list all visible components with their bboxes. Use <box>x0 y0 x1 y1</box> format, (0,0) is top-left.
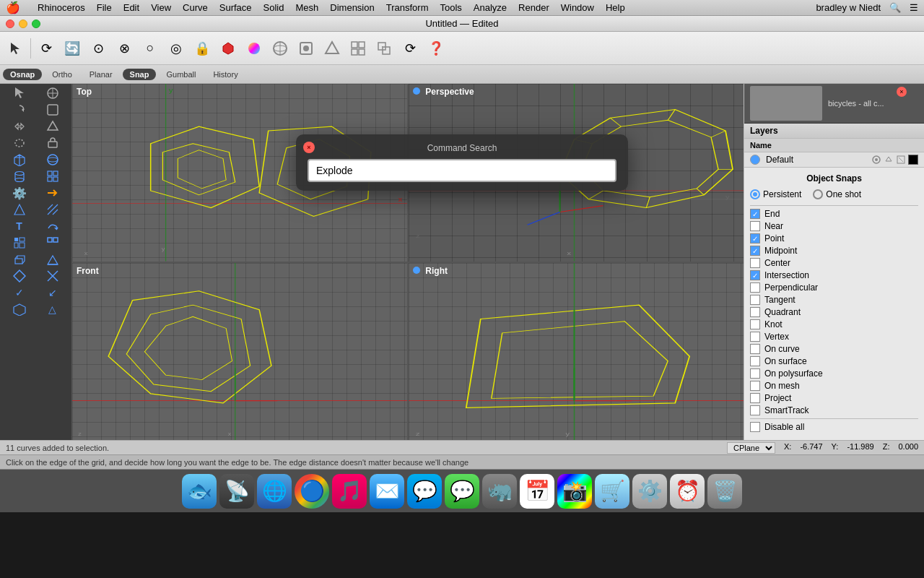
snap-tangent-checkbox[interactable]: Tangent <box>750 295 918 305</box>
snap-button[interactable]: Snap <box>123 69 157 80</box>
menu-solid[interactable]: Solid <box>263 2 284 13</box>
menu-render[interactable]: Render <box>518 2 549 13</box>
sidebar-tool22-icon[interactable] <box>37 251 69 267</box>
dock-messages-icon[interactable]: 💬 <box>445 474 479 509</box>
list-icon[interactable]: ☰ <box>910 2 918 13</box>
sidebar-lasso-icon[interactable] <box>4 135 35 151</box>
sidebar-square-icon[interactable] <box>4 301 35 317</box>
snap-onpolysurface-checkbox[interactable]: On polysurface <box>750 368 918 379</box>
command-search-input[interactable] <box>308 159 616 182</box>
snap-onmesh-checkbox[interactable]: On mesh <box>750 381 918 391</box>
sidebar-diamond-icon[interactable] <box>4 268 35 284</box>
snap-quadrant-checkbox[interactable]: Quadrant <box>750 307 918 317</box>
sidebar-move-icon[interactable] <box>4 118 35 134</box>
menu-file[interactable]: File <box>97 2 112 13</box>
osnap-button[interactable]: Osnap <box>3 69 42 80</box>
tool-btn-6[interactable]: ○ <box>138 36 162 61</box>
sidebar-cylinder-icon[interactable] <box>4 168 35 184</box>
sidebar-arrow-icon[interactable] <box>37 185 69 201</box>
viewport-front[interactable]: Front z x <box>72 263 407 441</box>
menu-dimension[interactable]: Dimension <box>330 2 374 13</box>
dock-music-icon[interactable]: 🎵 <box>332 474 367 509</box>
sidebar-tool28-icon[interactable]: △ <box>37 301 69 317</box>
dock-trash-icon[interactable]: 🗑️ <box>707 474 742 509</box>
select-tool-button[interactable] <box>3 36 27 61</box>
persistent-radio[interactable]: Persistent <box>750 189 801 199</box>
dock-skype-icon[interactable]: 💬 <box>407 474 442 509</box>
snap-point-checkbox[interactable]: Point <box>750 233 918 243</box>
bicycles-close-button[interactable]: × <box>897 87 907 97</box>
sidebar-gear-icon[interactable]: ⚙️ <box>4 185 35 201</box>
sidebar-select-icon[interactable] <box>4 85 35 101</box>
tool-btn-16[interactable]: ⟳ <box>398 36 422 61</box>
tool-btn-8[interactable]: 🔒 <box>190 36 214 61</box>
tool-btn-3[interactable]: 🔄 <box>60 36 84 61</box>
close-button[interactable] <box>6 20 14 28</box>
tool-btn-9[interactable] <box>216 36 240 61</box>
sidebar-tool24-icon[interactable] <box>37 268 69 284</box>
menu-mesh[interactable]: Mesh <box>296 2 319 13</box>
dock-appstore-icon[interactable]: 🛒 <box>595 474 629 509</box>
sidebar-extrude-icon[interactable] <box>4 251 35 267</box>
sidebar-tool8-icon[interactable] <box>37 135 69 151</box>
tool-btn-7[interactable]: ◎ <box>164 36 188 61</box>
sidebar-tool18-icon[interactable] <box>37 218 69 234</box>
menu-window[interactable]: Window <box>561 2 594 13</box>
disable-all-checkbox[interactable]: Disable all <box>750 422 918 432</box>
sidebar-tool2-icon[interactable] <box>37 85 69 101</box>
dock-rhinoceros-icon[interactable]: 🦏 <box>482 474 517 509</box>
menu-curve[interactable]: Curve <box>183 2 208 13</box>
snap-near-checkbox[interactable]: Near <box>750 221 918 231</box>
gumball-button[interactable]: Gumball <box>159 69 203 80</box>
search-icon[interactable]: 🔍 <box>889 2 901 13</box>
command-search-close-button[interactable]: × <box>303 142 315 153</box>
dock-chrome-icon[interactable]: 🔵 <box>295 474 329 509</box>
menu-transform[interactable]: Transform <box>386 2 429 13</box>
dock-wifi-icon[interactable]: 📡 <box>219 474 254 509</box>
apple-menu-icon[interactable]: 🍎 <box>6 1 20 14</box>
sidebar-rotate-icon[interactable] <box>4 102 35 118</box>
tool-btn-11[interactable] <box>268 36 292 61</box>
layer-color-swatch[interactable] <box>908 155 918 165</box>
snap-onsurface-checkbox[interactable]: On surface <box>750 356 918 366</box>
tool-btn-13[interactable] <box>320 36 344 61</box>
menu-tools[interactable]: Tools <box>440 2 461 13</box>
dock-photo-icon[interactable]: 📸 <box>557 474 592 509</box>
one-shot-radio[interactable]: One shot <box>813 189 861 199</box>
cplane-select[interactable]: CPlane World <box>727 442 775 454</box>
snap-project-checkbox[interactable]: Project <box>750 393 918 403</box>
sidebar-tool4-icon[interactable] <box>37 102 69 118</box>
menu-analyze[interactable]: Analyze <box>474 2 507 13</box>
snap-knot-checkbox[interactable]: Knot <box>750 319 918 329</box>
dock-time-icon[interactable]: ⏰ <box>670 474 705 509</box>
planar-button[interactable]: Planar <box>82 69 120 80</box>
sidebar-checkmark-icon[interactable]: ✓ <box>4 285 35 301</box>
dock-calendar-icon[interactable]: 📅 <box>520 474 554 509</box>
menu-edit[interactable]: Edit <box>123 2 139 13</box>
minimize-button[interactable] <box>19 20 27 28</box>
ortho-button[interactable]: Ortho <box>45 69 79 80</box>
sidebar-grid-icon[interactable] <box>4 235 35 251</box>
tool-btn-5[interactable]: ⊗ <box>112 36 136 61</box>
dock-settings-icon[interactable]: ⚙️ <box>632 474 667 509</box>
history-button[interactable]: History <box>206 69 245 80</box>
snap-perpendicular-checkbox[interactable]: Perpendicular <box>750 282 918 293</box>
sidebar-scale-icon[interactable] <box>4 202 35 217</box>
viewport-right[interactable]: Right z y <box>409 263 744 441</box>
maximize-button[interactable] <box>32 20 40 28</box>
layer-visibility-dot[interactable] <box>750 155 760 165</box>
sidebar-tool26-icon[interactable]: ↙ <box>37 285 69 301</box>
sidebar-sphere-icon[interactable] <box>37 152 69 168</box>
sidebar-tool12-icon[interactable] <box>37 168 69 184</box>
tool-btn-10[interactable] <box>242 36 266 61</box>
tool-btn-12[interactable] <box>294 36 318 61</box>
sidebar-cube-icon[interactable] <box>4 152 35 168</box>
snap-oncurve-checkbox[interactable]: On curve <box>750 344 918 354</box>
dock-browser-icon[interactable]: 🌐 <box>257 474 292 509</box>
sidebar-tool20-icon[interactable] <box>37 235 69 251</box>
tool-btn-4[interactable]: ⊙ <box>86 36 110 61</box>
menu-rhinoceros[interactable]: Rhinoceros <box>38 2 85 13</box>
dock-mail-icon[interactable]: ✉️ <box>370 474 404 509</box>
menu-view[interactable]: View <box>151 2 171 13</box>
default-layer-row[interactable]: Default <box>744 152 924 167</box>
